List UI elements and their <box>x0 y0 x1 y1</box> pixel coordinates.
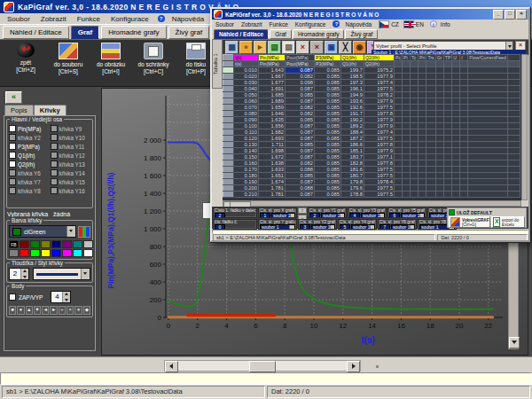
table-cell[interactable]: 0.085 <box>286 173 315 179</box>
table-cell[interactable] <box>452 192 460 198</box>
table-cell[interactable]: 183.7 <box>341 154 364 160</box>
table-cell[interactable]: 0.070 <box>234 105 259 111</box>
menu-item-zobrazit[interactable]: Zobrazit <box>238 21 265 27</box>
table-cell[interactable] <box>411 142 419 148</box>
table-cell[interactable] <box>419 154 426 160</box>
table-cell[interactable] <box>452 105 460 111</box>
table-cell[interactable] <box>435 92 443 98</box>
table-cell[interactable] <box>435 80 443 86</box>
source-file-select[interactable]: soubor 1 <box>401 213 425 218</box>
table-cell[interactable] <box>452 117 460 123</box>
table-cell[interactable] <box>443 98 452 105</box>
table-cell[interactable] <box>426 148 435 154</box>
paste-icon[interactable]: ▤ <box>282 41 295 54</box>
palette-swatch-12[interactable] <box>51 249 61 257</box>
table-cell[interactable] <box>426 192 435 198</box>
table-cell[interactable] <box>395 173 403 179</box>
swap-rows-button[interactable]: ↕ <box>298 207 307 214</box>
table-cell[interactable] <box>507 74 520 80</box>
table-cell[interactable] <box>395 98 403 105</box>
curve-checkbox-krivka-y10[interactable]: křivka Y10 <box>51 133 91 142</box>
table-cell[interactable]: 1977.9 <box>364 148 395 154</box>
column-header[interactable]: Q1(l/h) <box>341 55 364 61</box>
row-selector[interactable] <box>223 123 234 129</box>
menu-item-cz[interactable]: CZ <box>390 21 400 27</box>
table-cell[interactable]: 191.7 <box>341 111 364 117</box>
table-cell[interactable] <box>426 123 435 129</box>
table-cell[interactable]: 0.110 <box>234 129 259 136</box>
table-cell[interactable] <box>411 92 419 98</box>
table-cell[interactable] <box>435 86 443 92</box>
scrollbar-thumb[interactable] <box>249 361 276 372</box>
table-cell[interactable] <box>395 148 403 154</box>
column-header[interactable]: Flow/CurrentFeed <box>468 55 508 61</box>
table-cell[interactable] <box>507 142 520 148</box>
sidebar-tab-krivky[interactable]: Křivky <box>34 105 66 115</box>
row-selector[interactable] <box>223 136 234 142</box>
table-cell[interactable] <box>435 154 443 160</box>
table-cell[interactable] <box>426 142 435 148</box>
table-cell[interactable] <box>443 160 452 167</box>
table-cell[interactable] <box>443 173 452 179</box>
scroll-left-icon[interactable] <box>165 361 178 372</box>
column-number-input[interactable]: 2 <box>215 213 225 218</box>
point-shape-button-5[interactable]: ► <box>50 306 57 315</box>
table-cell[interactable]: 0.085 <box>315 86 341 92</box>
table-cell[interactable] <box>460 117 468 123</box>
palette-swatch-5[interactable] <box>62 240 72 248</box>
table-cell[interactable] <box>419 179 426 185</box>
table-cell[interactable] <box>468 154 508 160</box>
table-cell[interactable]: 0.085 <box>315 98 341 105</box>
table-cell[interactable] <box>419 160 426 167</box>
table-cell[interactable]: 0.085 <box>315 111 341 117</box>
table-cell[interactable]: 1977.5 <box>364 136 395 142</box>
curve-checkbox-krivka-y11[interactable]: křivka Y11 <box>51 142 91 151</box>
sidebar-tab-popis[interactable]: Popis <box>4 105 34 115</box>
column-number-input[interactable]: 2 <box>309 213 320 218</box>
table-cell[interactable]: 1.651 <box>259 173 286 179</box>
table-cell[interactable]: 1.635 <box>259 117 286 123</box>
column-header[interactable]: P3(MPa) <box>315 61 341 67</box>
menu-item-soubor[interactable]: Soubor <box>212 21 238 27</box>
table-cell[interactable] <box>411 74 419 80</box>
column-header[interactable]: Pri <box>419 55 426 61</box>
table-cell[interactable]: 194.9 <box>341 92 364 98</box>
copy-icon[interactable]: ▧ <box>268 41 281 54</box>
column-header[interactable]: t(s) <box>234 55 259 61</box>
table-cell[interactable] <box>411 148 419 154</box>
source-file-select[interactable]: soubor 1 <box>271 213 295 218</box>
table-cell[interactable] <box>507 154 520 160</box>
table-cell[interactable] <box>435 148 443 154</box>
table-cell[interactable] <box>443 80 452 86</box>
curve-checkbox-krivka-y12[interactable]: křivka Y12 <box>51 151 91 160</box>
table-cell[interactable]: 0.082 <box>286 111 315 117</box>
palette-swatch-10[interactable] <box>30 249 40 257</box>
point-shape-button-8[interactable]: ∗ <box>74 306 82 315</box>
toolbar-button-do-obrazku[interactable]: do obrázku[Ctrl+I] <box>90 43 131 74</box>
table-cell[interactable] <box>395 129 403 136</box>
table-cell[interactable]: 0.087 <box>286 86 315 92</box>
table-cell[interactable] <box>403 154 411 160</box>
table-cell[interactable]: 0.087 <box>286 192 315 198</box>
table-cell[interactable]: 1977.4 <box>364 80 395 86</box>
table-cell[interactable] <box>443 74 452 80</box>
column-number-input[interactable]: 6 <box>389 213 400 218</box>
palette-swatch-7[interactable] <box>83 240 93 248</box>
table-cell[interactable]: 0.087 <box>286 123 315 129</box>
table-cell[interactable]: 179.6 <box>341 185 364 192</box>
table-cell[interactable]: 189.2 <box>341 123 364 129</box>
curve-checkbox-krivka-y2[interactable]: křivka Y2 <box>9 133 50 142</box>
table-cell[interactable]: 0.085 <box>315 148 341 154</box>
table-cell[interactable] <box>468 185 508 192</box>
table-cell[interactable] <box>460 192 468 198</box>
main-message-field[interactable] <box>0 372 532 385</box>
toolbar-button-do-schranky[interactable]: do schránky[Ctrl+C] <box>133 43 174 74</box>
table-cell[interactable] <box>403 185 411 192</box>
table-cell[interactable]: 0.085 <box>315 192 341 198</box>
table-cell[interactable] <box>395 111 403 117</box>
table-cell[interactable] <box>419 74 426 80</box>
point-shape-button-6[interactable]: + <box>59 306 66 315</box>
table-cell[interactable] <box>468 74 508 80</box>
row-selector[interactable] <box>223 142 234 148</box>
point-size-stepper[interactable]: 4 <box>51 291 71 303</box>
